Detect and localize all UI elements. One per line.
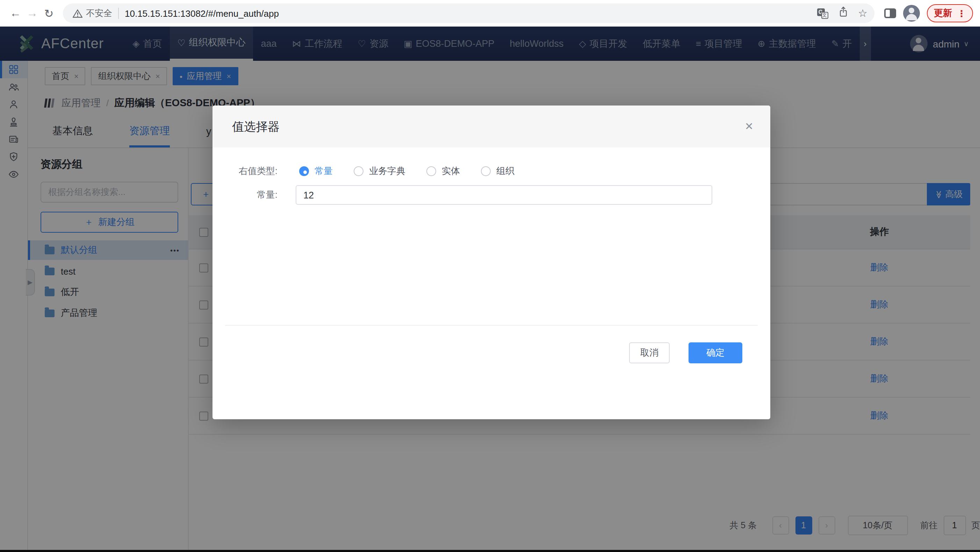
dialog-header: 值选择器 ✕ bbox=[213, 106, 770, 148]
radio-selected-icon[interactable] bbox=[299, 166, 309, 176]
radio-constant[interactable]: 常量 bbox=[299, 165, 333, 178]
dialog-body: 右值类型: 常量 业务字典 实体 bbox=[213, 148, 770, 419]
confirm-button[interactable]: 确定 bbox=[689, 343, 742, 363]
radio-entity[interactable]: 实体 bbox=[426, 165, 460, 178]
browser-menu-icon[interactable]: ⋮ bbox=[957, 8, 966, 19]
radio-group: 常量 业务字典 实体 组织 bbox=[299, 165, 535, 178]
translate-icon[interactable]: G文 bbox=[817, 8, 828, 19]
dialog-title: 值选择器 bbox=[232, 119, 280, 135]
not-secure-warning-icon bbox=[73, 9, 83, 18]
dialog-divider bbox=[225, 325, 758, 325]
browser-profile-avatar[interactable] bbox=[903, 5, 920, 22]
browser-toolbar: ← → ↻ 不安全 10.15.15.151:13082/#/menu_auth… bbox=[0, 0, 980, 27]
dialog-close-icon[interactable]: ✕ bbox=[745, 120, 754, 133]
cancel-button[interactable]: 取消 bbox=[629, 343, 670, 363]
omnibox-divider bbox=[118, 8, 118, 19]
dialog-footer: 取消 确定 bbox=[629, 343, 742, 363]
url-text[interactable]: 10.15.15.151:13082/#/menu_auth/app bbox=[125, 8, 807, 19]
type-field-label: 右值类型: bbox=[213, 165, 277, 178]
side-panel-icon[interactable] bbox=[884, 8, 896, 18]
radio-icon[interactable] bbox=[354, 166, 363, 176]
radio-organization[interactable]: 组织 bbox=[481, 165, 514, 178]
share-icon[interactable] bbox=[838, 6, 848, 20]
update-label: 更新 bbox=[934, 7, 952, 19]
right-value-type-row: 右值类型: 常量 业务字典 实体 bbox=[213, 165, 535, 178]
app-stage: AFCenter ◈ 首页 ♡ 组织权限中心 aaa ⋈ 工作流程 bbox=[0, 27, 980, 552]
radio-business-dict[interactable]: 业务字典 bbox=[354, 165, 406, 178]
browser-reload-button[interactable]: ↻ bbox=[41, 6, 57, 20]
not-secure-label[interactable]: 不安全 bbox=[86, 7, 112, 19]
bookmark-star-icon[interactable]: ☆ bbox=[858, 7, 867, 19]
radio-icon[interactable] bbox=[481, 166, 491, 176]
constant-value-input[interactable] bbox=[296, 185, 712, 205]
value-selector-dialog: 值选择器 ✕ 右值类型: 常量 业务字典 bbox=[213, 106, 770, 419]
radio-icon[interactable] bbox=[426, 166, 436, 176]
constant-value-row: 常量: bbox=[213, 185, 712, 205]
screen: ← → ↻ 不安全 10.15.15.151:13082/#/menu_auth… bbox=[0, 0, 980, 552]
browser-back-button[interactable]: ← bbox=[7, 7, 24, 19]
browser-update-button[interactable]: 更新 ⋮ bbox=[927, 4, 973, 22]
constant-field-label: 常量: bbox=[213, 189, 277, 201]
browser-forward-button[interactable]: → bbox=[24, 7, 41, 19]
address-bar[interactable]: 不安全 10.15.15.151:13082/#/menu_auth/app G… bbox=[63, 3, 875, 23]
